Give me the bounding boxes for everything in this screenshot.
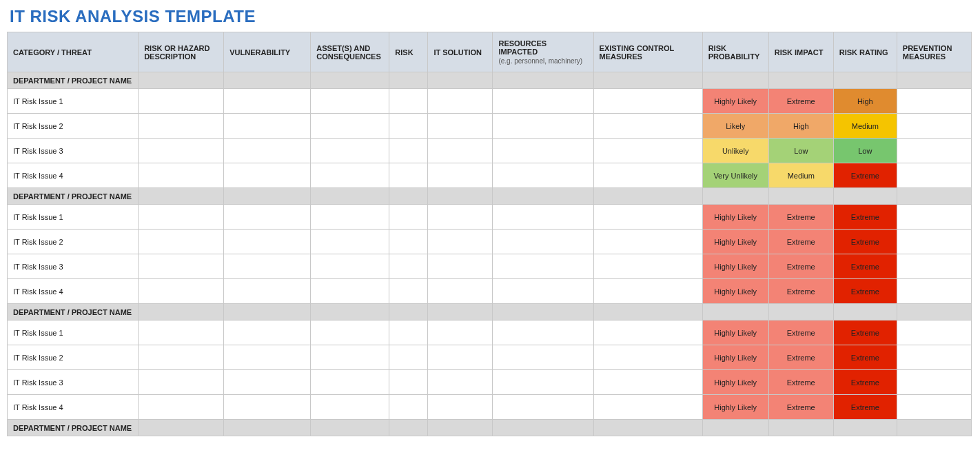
cell-it-solution[interactable] <box>428 139 493 163</box>
cell-prevention[interactable] <box>897 163 971 188</box>
cell-risk-description[interactable] <box>139 370 224 395</box>
cell-existing-controls[interactable] <box>593 254 702 279</box>
cell-resources[interactable] <box>493 321 593 345</box>
cell-resources[interactable] <box>493 89 593 114</box>
cell-it-solution[interactable] <box>428 230 493 254</box>
cell-resources[interactable] <box>493 279 593 304</box>
cell-resources[interactable] <box>493 345 593 370</box>
cell-assets[interactable] <box>311 89 389 114</box>
cell-risk-probability[interactable]: Very Unlikely <box>702 163 768 188</box>
cell-risk-rating[interactable]: Extreme <box>833 254 897 279</box>
cell-prevention[interactable] <box>897 254 971 279</box>
cell-prevention[interactable] <box>897 114 971 139</box>
cell-vulnerability[interactable] <box>224 89 311 114</box>
cell-resources[interactable] <box>493 205 593 230</box>
cell-vulnerability[interactable] <box>224 139 311 163</box>
cell-resources[interactable] <box>493 395 593 420</box>
cell-existing-controls[interactable] <box>593 114 702 139</box>
cell-vulnerability[interactable] <box>224 395 311 420</box>
cell-risk-rating[interactable]: Extreme <box>833 370 897 395</box>
cell-assets[interactable] <box>311 230 389 254</box>
cell-assets[interactable] <box>311 321 389 345</box>
cell-existing-controls[interactable] <box>593 345 702 370</box>
cell-prevention[interactable] <box>897 279 971 304</box>
cell-risk-probability[interactable]: Highly Likely <box>702 230 768 254</box>
cell-risk-description[interactable] <box>139 279 224 304</box>
cell-category[interactable]: IT Risk Issue 3 <box>8 139 139 163</box>
cell-risk-impact[interactable]: Extreme <box>768 230 833 254</box>
cell-risk[interactable] <box>389 139 428 163</box>
cell-existing-controls[interactable] <box>593 139 702 163</box>
cell-risk[interactable] <box>389 321 428 345</box>
cell-category[interactable]: IT Risk Issue 4 <box>8 279 139 304</box>
cell-it-solution[interactable] <box>428 163 493 188</box>
cell-category[interactable]: IT Risk Issue 3 <box>8 254 139 279</box>
cell-risk-impact[interactable]: Medium <box>768 163 833 188</box>
cell-existing-controls[interactable] <box>593 205 702 230</box>
cell-risk-impact[interactable]: High <box>768 114 833 139</box>
cell-it-solution[interactable] <box>428 254 493 279</box>
cell-assets[interactable] <box>311 163 389 188</box>
cell-risk-rating[interactable]: Extreme <box>833 205 897 230</box>
cell-risk-probability[interactable]: Unlikely <box>702 139 768 163</box>
cell-risk[interactable] <box>389 279 428 304</box>
cell-vulnerability[interactable] <box>224 254 311 279</box>
cell-existing-controls[interactable] <box>593 321 702 345</box>
cell-risk-probability[interactable]: Highly Likely <box>702 345 768 370</box>
cell-resources[interactable] <box>493 230 593 254</box>
cell-prevention[interactable] <box>897 89 971 114</box>
cell-risk-impact[interactable]: Extreme <box>768 89 833 114</box>
cell-existing-controls[interactable] <box>593 279 702 304</box>
cell-vulnerability[interactable] <box>224 345 311 370</box>
cell-risk-rating[interactable]: Extreme <box>833 345 897 370</box>
cell-vulnerability[interactable] <box>224 370 311 395</box>
cell-prevention[interactable] <box>897 395 971 420</box>
cell-risk[interactable] <box>389 114 428 139</box>
cell-it-solution[interactable] <box>428 370 493 395</box>
cell-assets[interactable] <box>311 279 389 304</box>
cell-risk[interactable] <box>389 89 428 114</box>
cell-category[interactable]: IT Risk Issue 1 <box>8 205 139 230</box>
cell-risk-probability[interactable]: Highly Likely <box>702 395 768 420</box>
cell-risk-impact[interactable]: Extreme <box>768 279 833 304</box>
cell-it-solution[interactable] <box>428 114 493 139</box>
cell-risk[interactable] <box>389 370 428 395</box>
cell-vulnerability[interactable] <box>224 321 311 345</box>
cell-risk-description[interactable] <box>139 139 224 163</box>
cell-it-solution[interactable] <box>428 345 493 370</box>
cell-assets[interactable] <box>311 254 389 279</box>
cell-risk-probability[interactable]: Highly Likely <box>702 89 768 114</box>
cell-prevention[interactable] <box>897 230 971 254</box>
cell-risk[interactable] <box>389 254 428 279</box>
cell-risk-description[interactable] <box>139 230 224 254</box>
cell-vulnerability[interactable] <box>224 230 311 254</box>
cell-resources[interactable] <box>493 114 593 139</box>
cell-risk-impact[interactable]: Extreme <box>768 395 833 420</box>
cell-risk-description[interactable] <box>139 89 224 114</box>
cell-existing-controls[interactable] <box>593 230 702 254</box>
cell-assets[interactable] <box>311 114 389 139</box>
cell-risk-description[interactable] <box>139 321 224 345</box>
cell-risk-rating[interactable]: Medium <box>833 114 897 139</box>
cell-prevention[interactable] <box>897 370 971 395</box>
cell-assets[interactable] <box>311 370 389 395</box>
cell-category[interactable]: IT Risk Issue 4 <box>8 163 139 188</box>
cell-risk-impact[interactable]: Extreme <box>768 345 833 370</box>
cell-resources[interactable] <box>493 370 593 395</box>
cell-risk[interactable] <box>389 230 428 254</box>
cell-risk-description[interactable] <box>139 254 224 279</box>
cell-category[interactable]: IT Risk Issue 2 <box>8 230 139 254</box>
cell-it-solution[interactable] <box>428 395 493 420</box>
cell-vulnerability[interactable] <box>224 114 311 139</box>
cell-resources[interactable] <box>493 139 593 163</box>
cell-risk-impact[interactable]: Extreme <box>768 254 833 279</box>
cell-vulnerability[interactable] <box>224 279 311 304</box>
cell-risk-impact[interactable]: Extreme <box>768 370 833 395</box>
cell-risk-impact[interactable]: Extreme <box>768 205 833 230</box>
cell-risk-probability[interactable]: Highly Likely <box>702 279 768 304</box>
cell-it-solution[interactable] <box>428 89 493 114</box>
cell-risk-impact[interactable]: Extreme <box>768 321 833 345</box>
cell-risk-probability[interactable]: Likely <box>702 114 768 139</box>
cell-vulnerability[interactable] <box>224 205 311 230</box>
cell-it-solution[interactable] <box>428 279 493 304</box>
